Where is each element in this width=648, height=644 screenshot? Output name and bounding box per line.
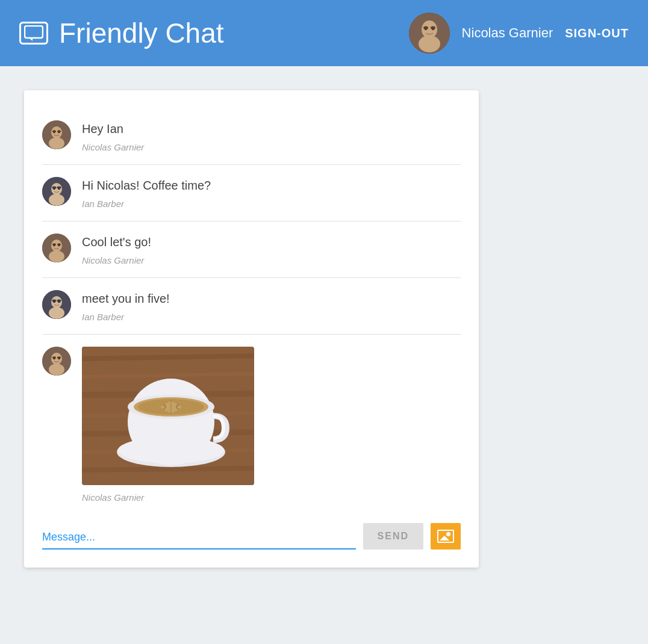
avatar <box>42 290 71 319</box>
message-author: Nicolas Garnier <box>82 255 151 265</box>
svg-point-14 <box>52 130 56 132</box>
messages-list: Hey Ian Nicolas Garnier <box>42 108 461 509</box>
svg-point-43 <box>57 356 61 359</box>
svg-point-21 <box>52 187 57 189</box>
app-title: Friendly Chat <box>59 17 224 49</box>
svg-point-31 <box>51 296 62 308</box>
signout-button[interactable]: SIGN-OUT <box>565 26 629 40</box>
message-input[interactable] <box>42 528 356 546</box>
message-item: Hey Ian Nicolas Garnier <box>42 108 461 165</box>
main-content: Hey Ian Nicolas Garnier <box>0 66 648 568</box>
message-author: Nicolas Garnier <box>82 492 254 503</box>
svg-point-54 <box>128 379 214 465</box>
svg-point-28 <box>52 243 56 246</box>
svg-point-8 <box>431 26 435 29</box>
svg-point-11 <box>49 137 64 149</box>
svg-point-35 <box>52 300 57 302</box>
image-icon <box>437 530 454 543</box>
message-text: Cool let's go! <box>82 234 151 250</box>
avatar <box>42 120 71 149</box>
svg-point-10 <box>51 126 62 138</box>
avatar <box>409 13 450 54</box>
message-item: meet you in five! Ian Barber <box>42 278 461 335</box>
svg-point-24 <box>51 240 62 252</box>
message-text: Hi Nicolas! Coffee time? <box>82 177 211 194</box>
avatar <box>42 347 71 376</box>
message-content: Nicolas Garnier <box>82 347 254 503</box>
svg-point-4 <box>419 36 440 52</box>
svg-rect-0 <box>25 26 43 38</box>
svg-point-17 <box>51 183 62 195</box>
svg-point-36 <box>57 300 61 302</box>
avatar <box>42 177 71 206</box>
chat-card: Hey Ian Nicolas Garnier <box>24 90 479 568</box>
mountain-shape <box>440 536 449 540</box>
message-input-area: SEND <box>42 523 461 550</box>
svg-point-42 <box>52 356 56 359</box>
message-content: Hi Nicolas! Coffee time? Ian Barber <box>82 177 211 209</box>
svg-line-45 <box>82 356 254 359</box>
message-author: Ian Barber <box>82 312 170 322</box>
app-header: Friendly Chat Nicolas Garnier SIGN-OUT <box>0 0 648 66</box>
message-content: Hey Ian Nicolas Garnier <box>82 120 144 152</box>
message-item: Nicolas Garnier <box>42 335 461 509</box>
chat-logo-icon <box>19 22 48 45</box>
message-text: meet you in five! <box>82 290 170 307</box>
message-author: Ian Barber <box>82 199 211 209</box>
svg-point-18 <box>49 194 64 206</box>
header-username: Nicolas Garnier <box>462 25 553 41</box>
message-content: Cool let's go! Nicolas Garnier <box>82 234 151 265</box>
header-branding: Friendly Chat <box>19 17 224 49</box>
image-upload-button[interactable] <box>431 523 461 550</box>
input-underline <box>42 548 356 550</box>
send-button[interactable]: SEND <box>363 523 423 550</box>
coffee-image <box>82 347 254 485</box>
svg-point-32 <box>49 307 64 319</box>
message-input-container <box>42 528 356 550</box>
avatar <box>42 234 71 262</box>
message-item: Hi Nicolas! Coffee time? Ian Barber <box>42 165 461 221</box>
svg-line-51 <box>82 468 254 470</box>
svg-point-22 <box>57 187 61 189</box>
message-content: meet you in five! Ian Barber <box>82 290 170 322</box>
svg-point-25 <box>49 250 64 262</box>
svg-marker-1 <box>29 38 33 41</box>
message-author: Nicolas Garnier <box>82 142 144 152</box>
svg-point-39 <box>49 364 64 376</box>
message-text: Hey Ian <box>82 120 144 137</box>
svg-point-7 <box>423 26 428 29</box>
header-user-area: Nicolas Garnier SIGN-OUT <box>409 13 629 54</box>
svg-point-29 <box>57 243 61 246</box>
message-item: Cool let's go! Nicolas Garnier <box>42 221 461 278</box>
svg-point-15 <box>57 130 61 132</box>
svg-point-38 <box>51 353 62 365</box>
